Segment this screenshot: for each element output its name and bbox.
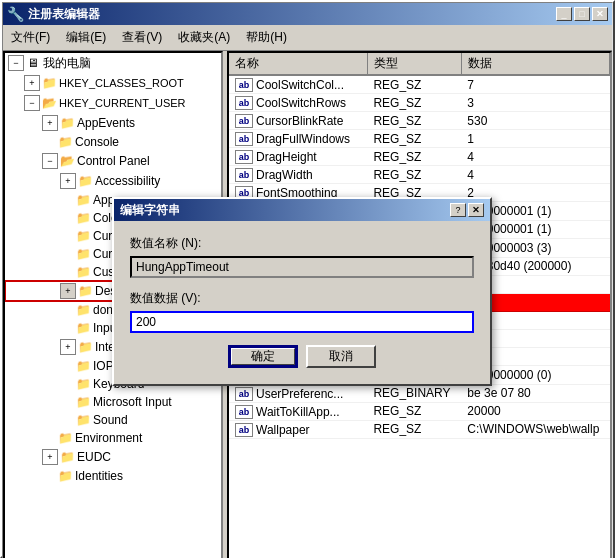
menu-view[interactable]: 查看(V) — [114, 27, 170, 48]
tree-item-environment[interactable]: 📁 Environment — [5, 429, 221, 447]
reg-name-text: WaitToKillApp... — [256, 405, 340, 419]
ab-icon: ab — [235, 168, 253, 182]
tree-label-eudc: EUDC — [77, 450, 111, 464]
folder-open-icon-control-panel: 📂 — [59, 153, 75, 169]
folder-icon-cursors: 📁 — [75, 246, 91, 262]
reg-type-cell: REG_SZ — [367, 75, 461, 94]
tree-item-hkcr[interactable]: + 📁 HKEY_CLASSES_ROOT — [5, 73, 221, 93]
reg-name-text: DragFullWindows — [256, 132, 350, 146]
reg-name-cell: abCursorBlinkRate — [229, 112, 367, 130]
folder-icon-keyboard: 📁 — [75, 376, 91, 392]
reg-data-cell: C:\WINDOWS\web\wallp — [461, 420, 609, 438]
ab-icon: ab — [235, 78, 253, 92]
reg-name-cell: abDragHeight — [229, 148, 367, 166]
table-row[interactable]: abDragFullWindowsREG_SZ1 — [229, 130, 610, 148]
ab-icon: ab — [235, 150, 253, 164]
reg-data-cell: 4 — [461, 148, 609, 166]
dialog-help-button[interactable]: ? — [450, 203, 466, 217]
dialog-close-button[interactable]: ✕ — [468, 203, 484, 217]
tree-item-eudc[interactable]: + 📁 EUDC — [5, 447, 221, 467]
tree-label-accessibility: Accessibility — [95, 174, 160, 188]
folder-icon-international: 📁 — [77, 339, 93, 355]
tree-label-identities: Identities — [75, 469, 123, 483]
dialog-value-label: 数值数据 (V): — [130, 290, 474, 307]
table-row[interactable]: abCoolSwitchRowsREG_SZ3 — [229, 94, 610, 112]
col-name[interactable]: 名称 — [229, 53, 367, 75]
tree-item-control-panel[interactable]: − 📂 Control Panel — [5, 151, 221, 171]
expander-accessibility[interactable]: + — [60, 173, 76, 189]
reg-name-text: Wallpaper — [256, 423, 310, 437]
reg-name-text: CoolSwitchRows — [256, 96, 346, 110]
reg-data-cell: 530 — [461, 112, 609, 130]
col-data[interactable]: 数据 — [461, 53, 609, 75]
table-row[interactable]: abCursorBlinkRateREG_SZ530 — [229, 112, 610, 130]
expander-control-panel[interactable]: − — [42, 153, 58, 169]
ab-icon: ab — [235, 423, 253, 437]
expander-appevents[interactable]: + — [42, 115, 58, 131]
tree-item-microsoft-input[interactable]: 📁 Microsoft Input — [5, 393, 221, 411]
maximize-button[interactable]: □ — [574, 7, 590, 21]
tree-item-appevents[interactable]: + 📁 AppEvents — [5, 113, 221, 133]
menu-favorites[interactable]: 收藏夹(A) — [170, 27, 238, 48]
tree-label-sound: Sound — [93, 413, 128, 427]
folder-icon-environment: 📁 — [57, 430, 73, 446]
reg-name-cell: abDragFullWindows — [229, 130, 367, 148]
menu-bar: 文件(F) 编辑(E) 查看(V) 收藏夹(A) 帮助(H) — [3, 25, 612, 51]
table-row[interactable]: abWaitToKillApp...REG_SZ20000 — [229, 402, 610, 420]
reg-name-text: CursorBlinkRate — [256, 114, 343, 128]
title-bar: 🔧 注册表编辑器 _ □ ✕ — [3, 3, 612, 25]
expander-eudc[interactable]: + — [42, 449, 58, 465]
ab-icon: ab — [235, 387, 253, 401]
menu-file[interactable]: 文件(F) — [3, 27, 58, 48]
close-button[interactable]: ✕ — [592, 7, 608, 21]
reg-name-cell: abDragWidth — [229, 166, 367, 184]
reg-data-cell: 20000 — [461, 402, 609, 420]
tree-item-identities[interactable]: 📁 Identities — [5, 467, 221, 485]
folder-icon-input-method: 📁 — [75, 320, 91, 336]
dialog-name-input[interactable] — [130, 256, 474, 278]
minimize-button[interactable]: _ — [556, 7, 572, 21]
folder-icon-colors: 📁 — [75, 210, 91, 226]
dialog-value-input[interactable] — [130, 311, 474, 333]
expander-my-computer[interactable]: − — [8, 55, 24, 71]
tree-item-console[interactable]: 📁 Console — [5, 133, 221, 151]
dialog-cancel-button[interactable]: 取消 — [306, 345, 376, 368]
table-row[interactable]: abWallpaperREG_SZC:\WINDOWS\web\wallp — [229, 420, 610, 438]
dialog-title-buttons: ? ✕ — [450, 203, 484, 217]
table-row[interactable]: abCoolSwitchCol...REG_SZ7 — [229, 75, 610, 94]
expander-hkcr[interactable]: + — [24, 75, 40, 91]
table-row[interactable]: abUserPreferenc...REG_BINARYbe 3e 07 80 — [229, 384, 610, 402]
expander-desktop[interactable]: + — [60, 283, 76, 299]
tree-item-accessibility[interactable]: + 📁 Accessibility — [5, 171, 221, 191]
tree-item-hkcu[interactable]: − 📂 HKEY_CURRENT_USER — [5, 93, 221, 113]
reg-data-cell: 1 — [461, 130, 609, 148]
folder-icon-eudc: 📁 — [59, 449, 75, 465]
reg-name-cell: abCoolSwitchRows — [229, 94, 367, 112]
reg-type-cell: REG_BINARY — [367, 384, 461, 402]
table-row[interactable]: abDragWidthREG_SZ4 — [229, 166, 610, 184]
reg-data-cell: 3 — [461, 94, 609, 112]
table-row[interactable]: abDragHeightREG_SZ4 — [229, 148, 610, 166]
ab-icon: ab — [235, 114, 253, 128]
expander-hkcu[interactable]: − — [24, 95, 40, 111]
col-type[interactable]: 类型 — [367, 53, 461, 75]
menu-edit[interactable]: 编辑(E) — [58, 27, 114, 48]
dialog-content: 数值名称 (N): 数值数据 (V): 确定 取消 — [114, 221, 490, 384]
folder-open-icon-hkcu: 📂 — [41, 95, 57, 111]
dialog-ok-button[interactable]: 确定 — [228, 345, 298, 368]
ab-icon: ab — [235, 405, 253, 419]
main-window: 🔧 注册表编辑器 _ □ ✕ 文件(F) 编辑(E) 查看(V) 收藏夹(A) … — [0, 0, 615, 558]
menu-help[interactable]: 帮助(H) — [238, 27, 295, 48]
reg-name-text: CoolSwitchCol... — [256, 78, 344, 92]
expander-international[interactable]: + — [60, 339, 76, 355]
reg-name-cell: abWallpaper — [229, 420, 367, 438]
reg-type-cell: REG_SZ — [367, 94, 461, 112]
reg-name-text: UserPreferenc... — [256, 387, 343, 401]
folder-icon-accessibility: 📁 — [77, 173, 93, 189]
tree-item-my-computer[interactable]: − 🖥 我的电脑 — [5, 53, 221, 73]
tree-item-sound[interactable]: 📁 Sound — [5, 411, 221, 429]
reg-type-cell: REG_SZ — [367, 112, 461, 130]
reg-data-cell: be 3e 07 80 — [461, 384, 609, 402]
dialog-name-label: 数值名称 (N): — [130, 235, 474, 252]
reg-name-text: DragHeight — [256, 150, 317, 164]
